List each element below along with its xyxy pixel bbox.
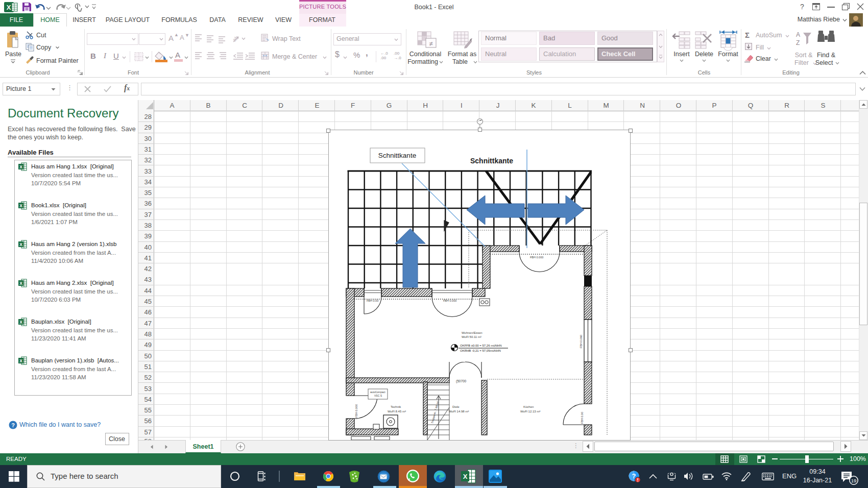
svg-text:FBH 0.060: FBH 0.060 [580,335,583,348]
svg-text:WoFl 50.11 m²: WoFl 50.11 m² [462,335,481,338]
svg-text:(50700: (50700 [456,379,467,383]
svg-text:X: X [19,203,22,208]
svg-text:FBH 0.000: FBH 0.000 [355,404,358,418]
svg-text:OKFFB ±0.00 = 57,26 müNHN: OKFFB ±0.00 = 57,26 müNHN [460,344,502,347]
svg-text:OKRHB -0,21 = 57,05müNHN: OKRHB -0,21 = 57,05müNHN [460,349,501,352]
svg-text:19: 19 [851,478,857,483]
svg-text:FBH 0.000: FBH 0.000 [530,256,543,259]
svg-text:Diele: Diele [452,405,460,408]
svg-text:autoCompact: autoCompact [370,391,385,394]
svg-text:A: A [796,31,800,38]
svg-text:Schnittkante: Schnittkante [378,152,416,159]
svg-text:FBH 0.00: FBH 0.00 [367,299,378,302]
svg-text:X: X [19,358,22,363]
svg-text:ab: ab [231,35,239,43]
svg-text:X: X [19,164,22,169]
svg-text:WoFl 12.13 m²: WoFl 12.13 m² [520,410,540,413]
svg-text:WoFl 8.45 m²: WoFl 8.45 m² [388,410,406,413]
svg-text:FBH 0.00: FBH 0.00 [581,412,584,424]
svg-text:Schnittkante: Schnittkante [470,157,513,165]
svg-text:VSC S: VSC S [374,394,382,397]
svg-text:WoFl 14.98 m²: WoFl 14.98 m² [449,410,469,413]
svg-text:X: X [19,281,22,286]
svg-text:Technik: Technik [391,405,401,408]
svg-text:X: X [463,473,468,480]
svg-text:X: X [19,320,22,325]
svg-text:Küchen: Küchen [523,405,534,408]
svg-text:≠: ≠ [429,40,432,47]
svg-text:Z: Z [796,39,800,46]
svg-text:Wohnen/Essen: Wohnen/Essen [462,331,483,334]
svg-text:FBH 0.000: FBH 0.000 [443,299,456,302]
svg-text:X: X [19,242,22,247]
